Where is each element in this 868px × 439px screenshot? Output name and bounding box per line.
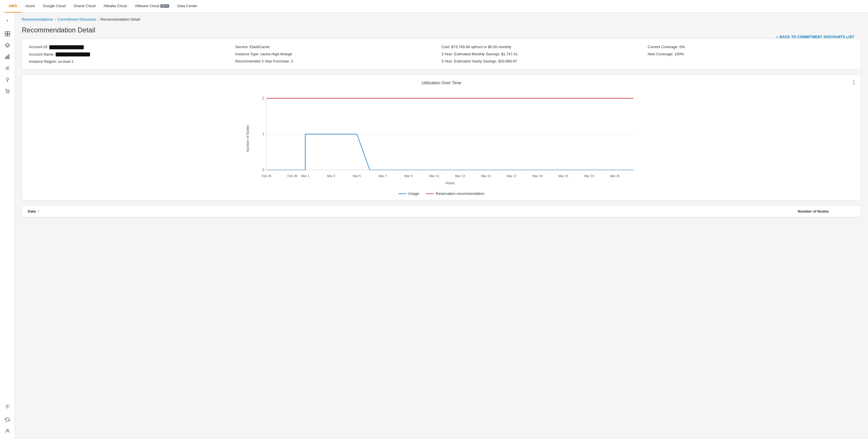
table-header-row: Date ↑ Number of Nodes <box>22 205 861 217</box>
breadcrumb-commitment-discounts[interactable]: Commitment Discounts <box>57 17 96 22</box>
legend-usage: Usage <box>399 192 419 196</box>
current-coverage-row: Current Coverage: 0% <box>648 45 854 49</box>
svg-text:Number of Nodes: Number of Nodes <box>246 125 250 152</box>
svg-text:Feb 28: Feb 28 <box>287 174 297 178</box>
svg-rect-5 <box>5 57 6 59</box>
monthly-savings-value: $1,747.41 <box>501 52 518 56</box>
instance-region-row: Instance Region: us-east-1 <box>29 59 235 64</box>
instance-type-label: Instance Type: <box>235 52 259 56</box>
chart-area: Number of Nodes 2 1 0 F <box>27 90 856 188</box>
svg-point-16 <box>8 93 9 93</box>
sidebar-expand-icon[interactable] <box>2 15 12 26</box>
page-title: Recommendation Detail <box>22 26 861 34</box>
svg-text:Mar 21: Mar 21 <box>558 174 568 178</box>
account-name-label: Account Name: <box>29 52 55 57</box>
breadcrumb-sep-2: / <box>97 17 99 22</box>
nav-data-center[interactable]: Data Center <box>173 0 201 12</box>
svg-rect-2 <box>5 34 7 36</box>
legend-usage-label: Usage <box>408 192 419 196</box>
svg-text:Mar 5: Mar 5 <box>353 174 361 178</box>
info-col-2: Service: ElastiCache Instance Type: cach… <box>235 45 441 64</box>
svg-text:1: 1 <box>262 132 265 136</box>
service-label: Service: <box>235 45 249 49</box>
new-coverage-label: New Coverage: <box>648 52 674 56</box>
yearly-savings-label: 3 Year: Estimated Yearly Savings: <box>442 59 497 63</box>
new-coverage-value: 100% <box>675 52 684 56</box>
sort-icon[interactable]: ↑ <box>37 209 39 213</box>
service-row: Service: ElastiCache <box>235 45 441 49</box>
legend-reservation-line <box>426 194 434 194</box>
monthly-savings-label: 3 Year: Estimated Monthly Savings: <box>442 52 500 56</box>
svg-point-11 <box>6 78 9 80</box>
nav-aws[interactable]: AWS <box>5 0 21 12</box>
recommended-purchase-row: Recommended 3 Year Purchase: 2 <box>235 59 441 63</box>
chevron-left-icon: ‹ <box>776 34 778 39</box>
table-nodes-header: Number of Nodes <box>798 209 855 213</box>
header-area: Recommendations / Commitment Discounts /… <box>22 17 861 22</box>
current-coverage-label: Current Coverage: <box>648 45 678 49</box>
nav-vmware-cloud[interactable]: VMware Cloud BETA <box>131 0 173 12</box>
account-id-value <box>49 45 84 49</box>
table-date-header: Date ↑ <box>28 209 798 213</box>
chart-svg: Number of Nodes 2 1 0 F <box>27 90 856 187</box>
recommended-label: Recommended 3 Year Purchase: <box>235 59 290 63</box>
top-navigation: AWS Azure Google Cloud Oracle Cloud Alib… <box>0 0 868 12</box>
main-content: Recommendations / Commitment Discounts /… <box>15 12 868 439</box>
sidebar <box>0 12 15 439</box>
sidebar-list-icon[interactable] <box>2 63 12 73</box>
nav-google-cloud[interactable]: Google Cloud <box>39 0 70 12</box>
current-coverage-value: 0% <box>679 45 685 49</box>
info-col-3: Cost: $73,749.08 upfront or $0.00 monthl… <box>442 45 648 64</box>
beta-badge: BETA <box>160 4 169 8</box>
svg-rect-6 <box>7 56 8 59</box>
instance-type-row: Instance Type: cache.r6gd.4xlarge <box>235 52 441 56</box>
sidebar-layers-icon[interactable] <box>2 40 12 50</box>
sidebar-dashboard-icon[interactable] <box>2 29 12 39</box>
sidebar-cart-icon[interactable] <box>2 86 12 96</box>
svg-marker-4 <box>5 43 10 46</box>
svg-rect-1 <box>8 32 10 34</box>
sidebar-sync-icon[interactable] <box>2 414 12 425</box>
sidebar-lightbulb-icon[interactable] <box>2 74 12 85</box>
svg-text:Mar 23: Mar 23 <box>584 174 594 178</box>
chart-legend: Usage Reservation recommendation <box>27 192 856 196</box>
svg-rect-0 <box>5 32 7 34</box>
svg-text:Hours: Hours <box>445 181 455 185</box>
nav-alibaba-cloud[interactable]: Alibaba Cloud <box>99 0 131 12</box>
breadcrumb: Recommendations / Commitment Discounts /… <box>22 17 861 22</box>
instance-region-label: Instance Region: <box>29 59 57 64</box>
nav-azure[interactable]: Azure <box>21 0 39 12</box>
svg-text:Mar 9: Mar 9 <box>404 174 412 178</box>
svg-rect-3 <box>8 34 10 36</box>
svg-text:Mar 15: Mar 15 <box>481 174 491 178</box>
table-card: Date ↑ Number of Nodes <box>22 205 861 217</box>
svg-text:Mar 7: Mar 7 <box>378 174 386 178</box>
breadcrumb-recommendations[interactable]: Recommendations <box>22 17 53 22</box>
svg-text:Mar 11: Mar 11 <box>429 174 439 178</box>
sidebar-chart-icon[interactable] <box>2 52 12 62</box>
back-to-list-button[interactable]: ‹ BACK TO COMMITMENT DISCOUNTS LIST <box>776 34 854 39</box>
new-coverage-row: New Coverage: 100% <box>648 52 854 56</box>
yearly-savings-value: $20,968.97 <box>498 59 517 63</box>
cost-row: Cost: $73,749.08 upfront or $0.00 monthl… <box>442 45 648 49</box>
svg-text:Mar 13: Mar 13 <box>455 174 465 178</box>
chart-menu-button[interactable]: ⋮ <box>851 79 856 86</box>
cost-value: $73,749.08 upfront or $0.00 monthly <box>451 45 511 49</box>
main-layout: Recommendations / Commitment Discounts /… <box>0 12 868 439</box>
svg-text:Feb 26: Feb 26 <box>261 174 271 178</box>
svg-text:2: 2 <box>262 96 265 100</box>
svg-text:Mar 17: Mar 17 <box>507 174 517 178</box>
account-id-label: Account ID: <box>29 45 48 49</box>
svg-text:0: 0 <box>262 168 265 172</box>
breadcrumb-current: Recommendation Detail <box>100 17 140 22</box>
sidebar-user-icon[interactable] <box>2 426 12 436</box>
instance-region-value: us-east-1 <box>58 59 73 64</box>
svg-point-18 <box>7 429 8 431</box>
svg-point-17 <box>7 406 8 407</box>
recommended-value: 2 <box>291 59 293 63</box>
svg-text:Mar 19: Mar 19 <box>532 174 542 178</box>
svg-text:Mar 3: Mar 3 <box>327 174 335 178</box>
sidebar-settings-icon[interactable] <box>2 401 12 411</box>
nav-oracle-cloud[interactable]: Oracle Cloud <box>70 0 99 12</box>
account-name-row: Account Name: <box>29 52 235 57</box>
